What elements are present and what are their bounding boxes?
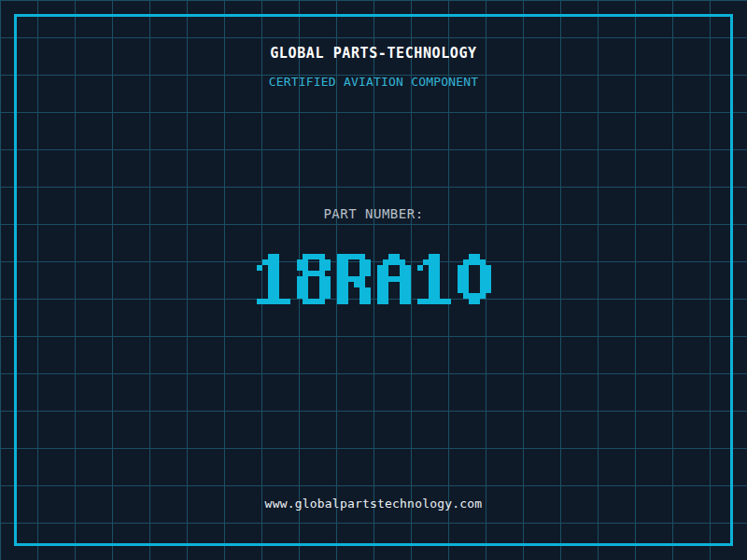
part-number-char [458,254,491,304]
part-number-value [0,254,747,304]
blueprint-card: GLOBAL PARTS-TECHNOLOGY CERTIFIED AVIATI… [0,0,747,560]
part-number-char [377,254,411,304]
part-number-char [417,254,451,304]
certification-subtitle: CERTIFIED AVIATION COMPONENT [0,75,747,90]
company-title: GLOBAL PARTS-TECHNOLOGY [0,45,747,62]
part-number-char [297,254,331,304]
part-number-char [257,254,290,304]
part-number-char [337,254,371,304]
website-url: www.globalpartstechnology.com [0,497,747,511]
part-number-label: PART NUMBER: [0,206,747,222]
